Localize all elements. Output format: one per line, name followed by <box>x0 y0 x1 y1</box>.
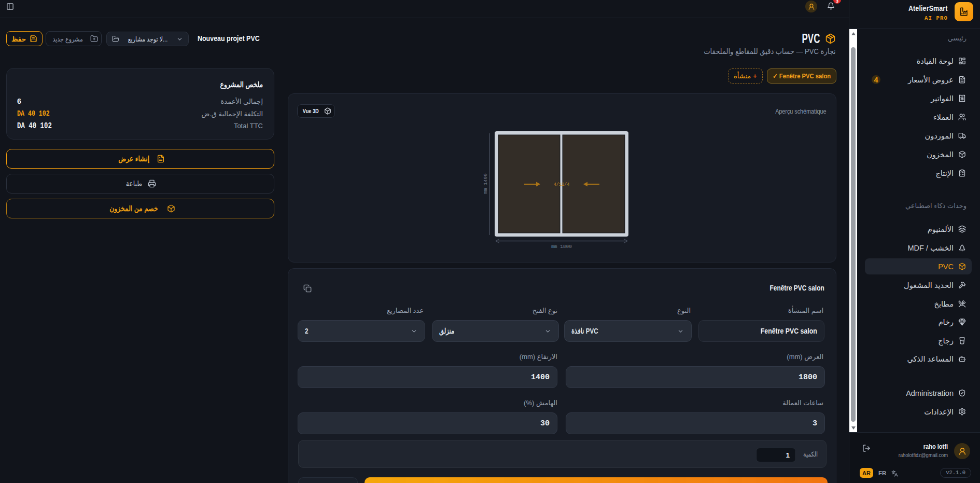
svg-text:mm 1800: mm 1800 <box>551 244 572 250</box>
svg-text:4/12/4: 4/12/4 <box>554 182 570 187</box>
svg-text:mm 1400: mm 1400 <box>483 173 488 194</box>
